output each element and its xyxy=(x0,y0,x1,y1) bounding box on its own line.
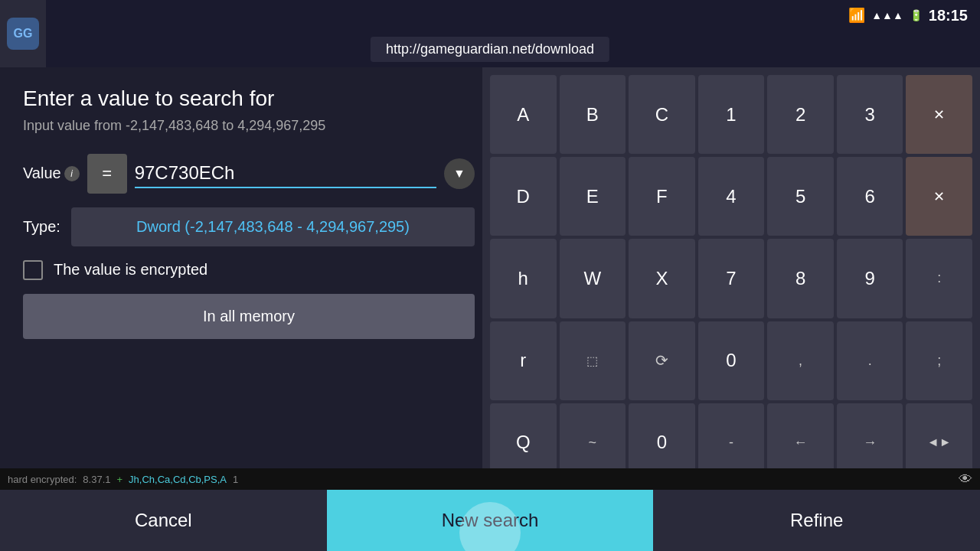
search-subtitle: Input value from -2,147,483,648 to 4,294… xyxy=(23,118,475,134)
key-select-all[interactable]: ⬚ xyxy=(560,321,626,400)
key-3[interactable]: 3 xyxy=(837,75,903,154)
keyboard-panel: A B C 1 2 3 ✕ D E F 4 5 6 ✕ h W X 7 8 9 … xyxy=(482,67,980,490)
key-colon[interactable]: : xyxy=(906,239,972,318)
refine-button[interactable]: Refine xyxy=(653,490,980,551)
key-5[interactable]: 5 xyxy=(767,157,834,236)
status-label: hard encrypted: xyxy=(8,474,77,485)
bottom-bar: Cancel New search Refine xyxy=(0,490,980,551)
value-label: Value i xyxy=(23,165,80,182)
key-r[interactable]: r xyxy=(490,321,557,400)
key-F[interactable]: F xyxy=(629,157,695,236)
key-9[interactable]: 9 xyxy=(837,239,903,318)
type-selector[interactable]: Dword (-2,147,483,648 - 4,294,967,295) xyxy=(71,207,475,246)
gg-logo: GG xyxy=(7,18,39,50)
status-time: 18:15 xyxy=(929,7,968,24)
keyboard-row-1: A B C 1 2 3 ✕ xyxy=(490,75,972,154)
key-8[interactable]: 8 xyxy=(767,239,834,318)
value-input-container xyxy=(135,159,436,188)
key-A[interactable]: A xyxy=(490,75,557,154)
type-row: Type: Dword (-2,147,483,648 - 4,294,967,… xyxy=(23,207,475,246)
info-icon[interactable]: i xyxy=(64,166,80,181)
key-X[interactable]: X xyxy=(629,239,695,318)
key-delete2[interactable]: ✕ xyxy=(906,157,972,236)
encrypt-checkbox[interactable] xyxy=(23,260,43,280)
equals-button[interactable]: = xyxy=(87,154,127,194)
key-comma[interactable]: , xyxy=(767,321,834,400)
keyboard-row-4: r ⬚ ⟳ 0 , . ; xyxy=(490,321,972,400)
key-h[interactable]: h xyxy=(490,239,557,318)
status-count: 1 xyxy=(233,474,238,485)
type-label: Type: xyxy=(23,218,60,236)
app-icon-area: GG xyxy=(0,0,46,67)
url-bar: http://gameguardian.net/download xyxy=(371,37,609,62)
key-6[interactable]: 6 xyxy=(837,157,903,236)
status-plus: + xyxy=(117,474,123,485)
status-version: 8.37.1 xyxy=(83,474,110,485)
key-D[interactable]: D xyxy=(490,157,557,236)
keyboard-row-2: D E F 4 5 6 ✕ xyxy=(490,157,972,236)
encrypt-label: The value is encrypted xyxy=(54,261,207,279)
key-delete1[interactable]: ✕ xyxy=(906,75,972,154)
key-semicolon[interactable]: ; xyxy=(906,321,972,400)
key-E[interactable]: E xyxy=(560,157,626,236)
value-row: Value i = ▼ xyxy=(23,154,475,194)
memory-button[interactable]: In all memory xyxy=(23,294,475,339)
encrypt-row: The value is encrypted xyxy=(23,260,475,280)
keyboard-row-3: h W X 7 8 9 : xyxy=(490,239,972,318)
key-0a[interactable]: 0 xyxy=(698,321,765,400)
key-C[interactable]: C xyxy=(629,75,695,154)
key-B[interactable]: B xyxy=(560,75,626,154)
dropdown-button[interactable]: ▼ xyxy=(444,158,475,189)
key-7[interactable]: 7 xyxy=(698,239,765,318)
signal-icon: ▲▲▲ xyxy=(871,9,903,21)
key-W[interactable]: W xyxy=(560,239,626,318)
new-search-button[interactable]: New search xyxy=(327,490,654,551)
wifi-icon: 📶 xyxy=(848,7,865,24)
eye-icon[interactable]: 👁 xyxy=(959,471,972,487)
key-4[interactable]: 4 xyxy=(698,157,765,236)
key-1[interactable]: 1 xyxy=(698,75,765,154)
search-title: Enter a value to search for xyxy=(23,86,475,112)
status-tags: Jh,Ch,Ca,Cd,Cb,PS,A xyxy=(129,474,227,485)
left-panel: Enter a value to search for Input value … xyxy=(0,67,498,490)
cancel-button[interactable]: Cancel xyxy=(0,490,327,551)
battery-icon: 🔋 xyxy=(910,9,923,21)
value-input[interactable] xyxy=(135,159,436,188)
status-bar: 📶 ▲▲▲ 🔋 18:15 xyxy=(827,0,980,31)
key-dot[interactable]: . xyxy=(837,321,903,400)
status-strip: hard encrypted: 8.37.1 + Jh,Ch,Ca,Cd,Cb,… xyxy=(0,468,980,490)
key-2[interactable]: 2 xyxy=(767,75,834,154)
key-history[interactable]: ⟳ xyxy=(629,321,695,400)
